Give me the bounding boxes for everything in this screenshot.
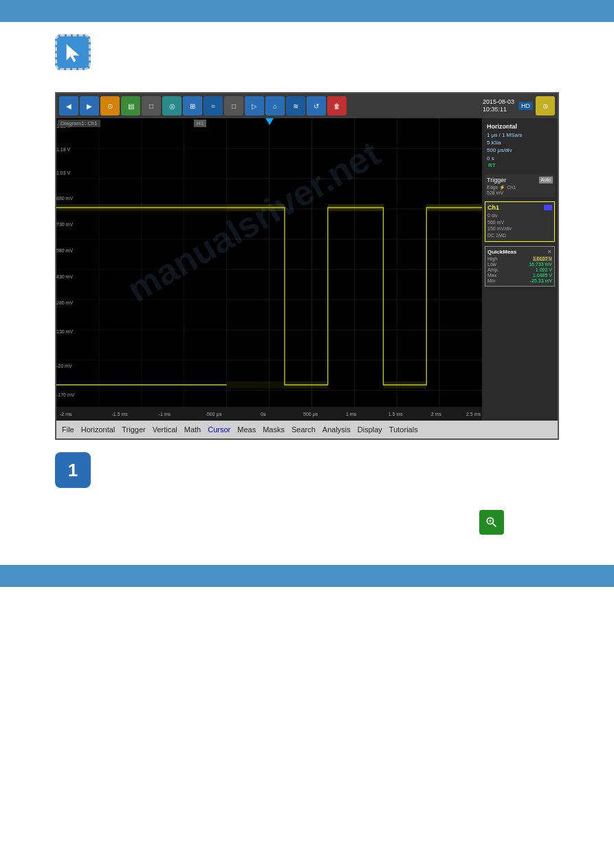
trigger-level: 528 mV [487, 190, 553, 195]
y-label-10: -20 mV [56, 364, 72, 368]
menu-file[interactable]: File [62, 425, 74, 434]
trigger-panel: Trigger Auto Edge ⚡ Ch1 528 mV [485, 175, 555, 197]
menu-vertical[interactable]: Vertical [153, 425, 177, 434]
oscilloscope-display: ◀ ▶ ⊙ ▤ □ ◎ ⊞ ≈ □ ▷ ⌂ ≋ ↺ 🗑 2015-08-03 1… [55, 92, 559, 440]
section-top [0, 22, 614, 85]
menu-horizontal[interactable]: Horizontal [81, 425, 116, 434]
menu-search[interactable]: Search [292, 425, 316, 434]
rt-badge: RT [488, 162, 553, 168]
diagram-label: Diagram1: Ch1 [58, 120, 100, 127]
y-label-9: 130 mV [56, 329, 73, 334]
menu-analysis[interactable]: Analysis [322, 425, 351, 434]
bottom-bar [0, 565, 614, 587]
trigger-edge: Edge ⚡ Ch1 [487, 185, 553, 190]
qm-row-min: Min -25.33 mV [487, 278, 552, 283]
trigger-label: Trigger Auto [487, 177, 553, 183]
arrow-cursor-icon [55, 34, 91, 70]
qm-row-max: Max 1.0485 V [487, 273, 552, 278]
osc-main-area: manualsriver.net Diagram1: Ch1 H1 [56, 118, 558, 421]
ch1-badge: H1 [194, 120, 206, 127]
toolbar-btn-11[interactable]: ⌂ [265, 96, 285, 115]
y-axis: 1.33 V 1.18 V 1.03 V 880 mV 730 mV 580 m… [56, 118, 94, 407]
step-1-label: 1 [68, 460, 78, 481]
y-label-11: -170 mV [56, 392, 74, 397]
y-label-8: 280 mV [56, 300, 73, 305]
toolbar-btn-7[interactable]: ⊞ [183, 96, 202, 115]
svg-rect-26 [426, 204, 482, 211]
y-label-7: 430 mV [56, 274, 73, 279]
toolbar-forward-btn[interactable]: ▶ [80, 96, 99, 115]
arrow-svg [63, 43, 83, 62]
hd-badge: HD [518, 102, 533, 110]
menu-trigger[interactable]: Trigger [122, 425, 145, 434]
osc-right-panel: Horizontal 1 μs / 1 MSa/s 5 kSa 500 μs/d… [482, 118, 558, 421]
quickmeas-header: QuickMeas ✕ [487, 249, 552, 255]
osc-waveform-area[interactable]: manualsriver.net Diagram1: Ch1 H1 [56, 118, 482, 421]
qm-row-high: High 1.0107 V [487, 256, 552, 261]
waveform-svg [56, 118, 482, 421]
y-label-3: 1.03 V [56, 170, 70, 175]
horizontal-title: Horizontal [487, 123, 553, 130]
toolbar-btn-8[interactable]: ≈ [204, 96, 223, 115]
menu-tutorials[interactable]: Tutorials [389, 425, 418, 434]
y-label-4: 880 mV [56, 196, 73, 201]
toolbar-btn-5[interactable]: □ [142, 96, 161, 115]
toolbar-btn-14[interactable]: 🗑 [327, 96, 347, 115]
quickmeas-panel: QuickMeas ✕ High 1.0107 V Low 16.733 mV … [485, 246, 555, 287]
svg-rect-25 [383, 381, 426, 388]
trigger-marker [265, 118, 274, 125]
search-arrow-svg [485, 515, 498, 529]
svg-rect-24 [328, 204, 384, 211]
svg-rect-22 [227, 381, 285, 388]
menu-masks[interactable]: Masks [263, 425, 285, 434]
ch1-panel: Ch1 0 div 560 mV 150 mV/div DC 1MΩ [485, 201, 555, 242]
horizontal-panel: Horizontal 1 μs / 1 MSa/s 5 kSa 500 μs/d… [485, 121, 555, 170]
toolbar-btn-10[interactable]: ▷ [245, 96, 264, 115]
search-arrow-icon[interactable] [479, 510, 504, 535]
step-1-icon: 1 [55, 452, 91, 488]
y-label-6: 580 mV [56, 248, 73, 253]
ch1-values: 0 div 560 mV 150 mV/div DC 1MΩ [487, 212, 552, 239]
y-label-5: 730 mV [56, 222, 73, 227]
osc-datetime: 2015-08-03 10:35:11 [483, 98, 514, 113]
menu-cursor[interactable]: Cursor [208, 425, 230, 434]
toolbar-back-btn[interactable]: ◀ [59, 96, 78, 115]
osc-menu-bar: File Horizontal Trigger Vertical Math Cu… [56, 421, 558, 438]
ch1-header: Ch1 [487, 204, 552, 211]
menu-meas[interactable]: Meas [237, 425, 256, 434]
svg-marker-0 [67, 44, 80, 62]
toolbar-btn-12[interactable]: ≋ [286, 96, 305, 115]
y-label-2: 1.18 V [56, 147, 70, 152]
ch1-color-icon [544, 205, 552, 210]
top-bar [0, 0, 614, 22]
menu-math[interactable]: Math [184, 425, 201, 434]
green-icon-section [55, 496, 559, 551]
toolbar-btn-4[interactable]: ▤ [121, 96, 140, 115]
toolbar-btn-13[interactable]: ↺ [307, 96, 326, 115]
svg-rect-21 [227, 204, 285, 211]
toolbar-wifi-btn[interactable]: ⊛ [536, 96, 555, 115]
svg-rect-23 [285, 381, 328, 388]
section-step1: 1 [0, 452, 614, 488]
x-axis-bar: -2 ms -1.5 ms -1 ms -500 μs 0s 500 μs 1 … [56, 407, 482, 421]
osc-toolbar: ◀ ▶ ⊙ ▤ □ ◎ ⊞ ≈ □ ▷ ⌂ ≋ ↺ 🗑 2015-08-03 1… [56, 93, 558, 118]
toolbar-btn-3[interactable]: ⊙ [100, 96, 120, 115]
ch1-label: Ch1 [487, 204, 499, 211]
quickmeas-close[interactable]: ✕ [547, 249, 552, 255]
horizontal-values: 1 μs / 1 MSa/s 5 kSa 500 μs/div 0 s [487, 131, 553, 162]
qm-row-amp: Amp. 1.002 V [487, 267, 552, 272]
toolbar-btn-6[interactable]: ◎ [162, 96, 182, 115]
toolbar-btn-9[interactable]: □ [224, 96, 243, 115]
quickmeas-title: QuickMeas [487, 249, 516, 255]
qm-row-low: Low 16.733 mV [487, 262, 552, 267]
menu-display[interactable]: Display [358, 425, 382, 434]
